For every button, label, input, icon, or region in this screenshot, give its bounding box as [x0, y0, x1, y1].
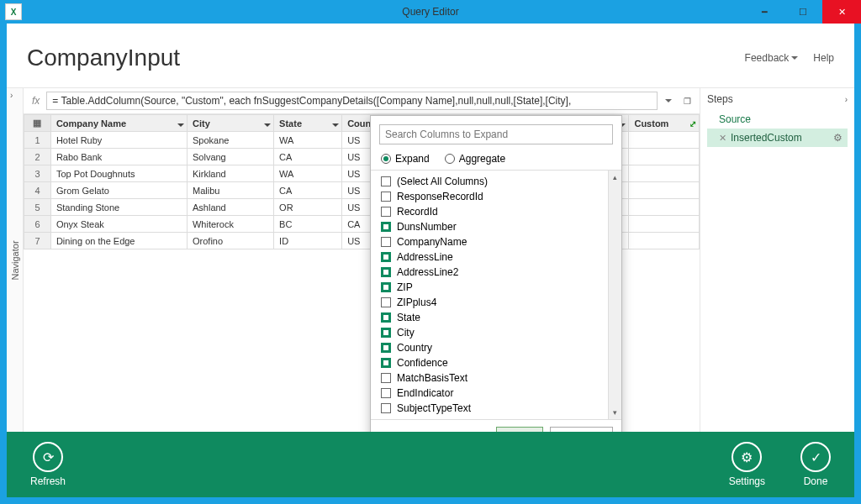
- cell[interactable]: [629, 233, 700, 249]
- cell[interactable]: Rabo Bank: [50, 149, 187, 165]
- cell[interactable]: Whiterock: [187, 216, 273, 233]
- cell[interactable]: BC: [274, 216, 342, 233]
- expand-option[interactable]: Confidence: [371, 355, 608, 370]
- checkbox[interactable]: [381, 312, 391, 323]
- cell[interactable]: CA: [274, 149, 342, 165]
- checkbox[interactable]: [381, 388, 391, 398]
- cell[interactable]: WA: [274, 132, 342, 149]
- checkbox[interactable]: [381, 343, 391, 353]
- column-header[interactable]: City: [187, 115, 273, 132]
- expand-option[interactable]: ZIPplus4: [371, 295, 608, 310]
- cell[interactable]: [629, 132, 700, 149]
- minimize-button[interactable]: ━: [745, 0, 784, 24]
- ok-button[interactable]: OK: [496, 427, 542, 432]
- gear-icon[interactable]: ⚙: [833, 132, 843, 144]
- checkbox[interactable]: [381, 207, 391, 217]
- expand-option[interactable]: MatchBasisText: [371, 370, 608, 386]
- expand-option[interactable]: SubjectTypeText: [371, 401, 608, 416]
- cell[interactable]: Kirkland: [187, 165, 273, 182]
- cell[interactable]: 1: [24, 132, 51, 149]
- checkbox[interactable]: [381, 403, 391, 413]
- cell[interactable]: 2: [24, 149, 51, 165]
- checkbox[interactable]: [381, 358, 391, 368]
- cell[interactable]: [629, 199, 700, 216]
- expand-column-icon[interactable]: ⤢: [689, 118, 696, 129]
- step-item[interactable]: Source: [707, 110, 848, 129]
- cell[interactable]: [629, 182, 700, 199]
- column-filter-icon[interactable]: [264, 118, 271, 129]
- cell[interactable]: Standing Stone: [50, 199, 187, 216]
- expand-option[interactable]: DunsNumber: [371, 219, 608, 234]
- feedback-link[interactable]: Feedback: [745, 52, 799, 64]
- checkbox[interactable]: [381, 282, 391, 292]
- step-item[interactable]: ✕InsertedCustom⚙: [707, 129, 848, 147]
- expand-radio[interactable]: Expand: [381, 153, 430, 165]
- column-filter-icon[interactable]: [177, 118, 184, 129]
- expand-option[interactable]: CompanyName: [371, 234, 608, 249]
- column-header[interactable]: Company Name: [50, 115, 187, 132]
- expand-option[interactable]: ResponseRecordId: [371, 189, 608, 204]
- row-header-corner[interactable]: ▦: [24, 115, 51, 132]
- maximize-button[interactable]: ☐: [784, 0, 822, 24]
- checkbox[interactable]: [381, 252, 391, 262]
- cell[interactable]: Grom Gelato: [50, 182, 187, 199]
- close-button[interactable]: ✕: [822, 0, 861, 24]
- chevron-right-icon[interactable]: ›: [845, 95, 848, 104]
- cancel-button[interactable]: Cancel: [550, 427, 613, 432]
- formula-popout-button[interactable]: ❐: [679, 93, 695, 108]
- expand-option[interactable]: AddressLine2: [371, 265, 608, 280]
- expand-option[interactable]: RecordId: [371, 204, 608, 219]
- aggregate-radio[interactable]: Aggregate: [445, 153, 505, 165]
- cell[interactable]: Malibu: [187, 182, 273, 199]
- checkbox[interactable]: [381, 373, 391, 383]
- checkbox[interactable]: [381, 297, 391, 307]
- checkbox[interactable]: [381, 176, 391, 186]
- checkbox[interactable]: [381, 192, 391, 202]
- checkbox[interactable]: [381, 328, 391, 338]
- column-header[interactable]: State: [274, 115, 342, 132]
- cell[interactable]: Ashland: [187, 199, 273, 216]
- settings-button[interactable]: ⚙ Settings: [729, 442, 765, 487]
- cell[interactable]: 4: [24, 182, 51, 199]
- cell[interactable]: Spokane: [187, 132, 273, 149]
- navigator-collapsed[interactable]: › Navigator: [7, 88, 24, 432]
- done-button[interactable]: ✓ Done: [800, 442, 831, 487]
- cell[interactable]: Hotel Ruby: [50, 132, 187, 149]
- cell[interactable]: Orofino: [187, 233, 273, 249]
- expand-search-input[interactable]: [379, 124, 613, 144]
- cell[interactable]: Dining on the Edge: [50, 233, 187, 249]
- cell[interactable]: Solvang: [187, 149, 273, 165]
- checkbox[interactable]: [381, 267, 391, 277]
- expand-option[interactable]: City: [371, 325, 608, 340]
- refresh-button[interactable]: ⟳ Refresh: [30, 442, 66, 487]
- cell[interactable]: 7: [24, 233, 51, 249]
- expand-option[interactable]: AddressLine: [371, 249, 608, 265]
- cell[interactable]: [629, 216, 700, 233]
- expand-option[interactable]: EndIndicator: [371, 386, 608, 401]
- checkbox[interactable]: [381, 222, 391, 232]
- cell[interactable]: OR: [274, 199, 342, 216]
- cell[interactable]: WA: [274, 165, 342, 182]
- expand-option[interactable]: State: [371, 310, 608, 325]
- cell[interactable]: [629, 149, 700, 165]
- cell[interactable]: ID: [274, 233, 342, 249]
- cell[interactable]: [629, 165, 700, 182]
- popup-scrollbar[interactable]: ▴ ▾: [608, 171, 621, 419]
- cell[interactable]: 5: [24, 199, 51, 216]
- cell[interactable]: 6: [24, 216, 51, 233]
- checkbox[interactable]: [381, 237, 391, 247]
- formula-dropdown-button[interactable]: [661, 93, 676, 108]
- delete-step-icon[interactable]: ✕: [719, 133, 726, 144]
- cell[interactable]: Top Pot Doughnuts: [50, 165, 187, 182]
- expand-option[interactable]: (Select All Columns): [371, 174, 608, 189]
- column-filter-icon[interactable]: [332, 118, 339, 129]
- cell[interactable]: CA: [274, 182, 342, 199]
- help-link[interactable]: Help: [813, 52, 834, 64]
- scroll-up-icon[interactable]: ▴: [609, 171, 621, 184]
- expand-option[interactable]: ZIP: [371, 280, 608, 295]
- cell[interactable]: Onyx Steak: [50, 216, 187, 233]
- formula-input[interactable]: [46, 92, 658, 110]
- scroll-down-icon[interactable]: ▾: [609, 406, 621, 419]
- cell[interactable]: 3: [24, 165, 51, 182]
- expand-option[interactable]: Country: [371, 340, 608, 355]
